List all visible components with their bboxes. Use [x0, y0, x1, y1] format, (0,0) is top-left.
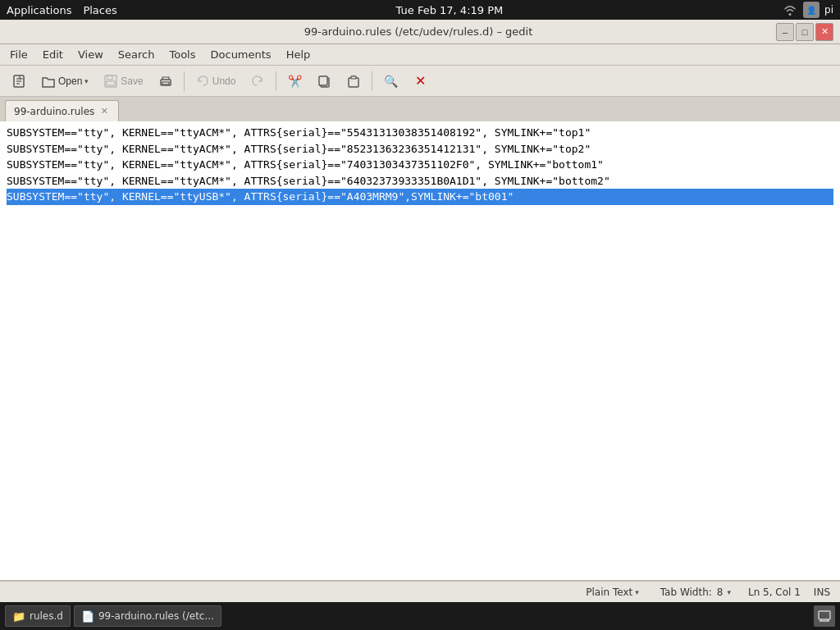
toolbar: Open ▾ Save Undo ✂️	[0, 66, 840, 97]
menu-bar: File Edit View Search Tools Documents He…	[0, 44, 840, 66]
tab-bar: 99-arduino.rules ✕	[0, 97, 840, 121]
paste-icon	[346, 74, 361, 89]
language-label: Plain Text	[586, 587, 632, 598]
svg-rect-13	[819, 611, 830, 619]
taskbar-item-gedit[interactable]: 📄 99-arduino.rules (/etc...	[74, 605, 221, 627]
language-selector[interactable]: Plain Text ▾	[582, 585, 642, 600]
redo-button[interactable]	[244, 69, 272, 94]
tab-close-button[interactable]: ✕	[98, 106, 110, 117]
replace-icon: ✕	[413, 74, 427, 89]
taskbar: 📁 rules.d 📄 99-arduino.rules (/etc...	[0, 602, 840, 630]
menu-search[interactable]: Search	[112, 47, 162, 62]
editor-line-2: SUBSYSTEM=="tty", KERNEL=="ttyACM*", ATT…	[7, 141, 833, 158]
tab-width-selector[interactable]: Tab Width: 8 ▾	[656, 585, 735, 600]
applications-menu[interactable]: Applications	[7, 4, 71, 16]
window-controls: – □ ✕	[776, 23, 833, 41]
insert-mode: INS	[814, 587, 830, 598]
maximize-button[interactable]: □	[796, 23, 814, 41]
close-button[interactable]: ✕	[815, 23, 833, 41]
menu-tools[interactable]: Tools	[162, 47, 202, 62]
document-icon: 📄	[81, 610, 94, 623]
title-bar: 99-arduino.rules (/etc/udev/rules.d) – g…	[0, 20, 840, 44]
taskbar-tray	[814, 605, 835, 627]
open-dropdown-arrow: ▾	[84, 77, 89, 85]
redo-icon	[250, 74, 265, 89]
menu-help[interactable]: Help	[280, 47, 317, 62]
copy-icon	[317, 74, 331, 89]
undo-label: Undo	[212, 75, 236, 87]
tab-width-dropdown-arrow: ▾	[727, 588, 731, 596]
svg-rect-8	[162, 82, 169, 84]
taskbar-item-rules-d[interactable]: 📁 rules.d	[5, 605, 71, 627]
minimize-button[interactable]: –	[776, 23, 794, 41]
save-label: Save	[121, 75, 143, 87]
menu-documents[interactable]: Documents	[204, 47, 278, 62]
cut-icon: ✂️	[287, 74, 302, 89]
open-icon	[41, 74, 56, 89]
svg-rect-11	[349, 78, 358, 87]
editor-line-1: SUBSYSTEM=="tty", KERNEL=="ttyACM*", ATT…	[7, 125, 833, 141]
editor-line-5: SUBSYSTEM=="tty", KERNEL=="ttyUSB*", ATT…	[7, 189, 833, 205]
taskbar-item-label-2: 99-arduino.rules (/etc...	[98, 610, 214, 622]
find-button[interactable]: 🔍	[377, 69, 404, 94]
places-menu[interactable]: Places	[83, 4, 116, 16]
user-icon: 👤	[803, 2, 819, 18]
editor-line-3: SUBSYSTEM=="tty", KERNEL=="ttyACM*", ATT…	[7, 157, 833, 173]
cursor-position: Ln 5, Col 1	[748, 587, 801, 598]
toolbar-separator-3	[372, 71, 372, 91]
cursor-position-label: Ln 5, Col 1	[748, 587, 801, 598]
tab-arduino-rules[interactable]: 99-arduino.rules ✕	[5, 100, 119, 121]
svg-rect-6	[107, 81, 115, 85]
tray-icon[interactable]	[814, 605, 835, 627]
window-title: 99-arduino.rules (/etc/udev/rules.d) – g…	[61, 25, 776, 38]
save-icon	[103, 74, 118, 89]
toolbar-separator-2	[276, 71, 276, 91]
top-bar-right: 👤 pi	[782, 2, 833, 18]
wifi-icon	[782, 2, 798, 18]
print-icon	[158, 74, 173, 89]
undo-button[interactable]: Undo	[189, 69, 243, 94]
svg-rect-12	[351, 76, 356, 79]
open-button[interactable]: Open ▾	[34, 69, 95, 94]
username-label: pi	[824, 4, 833, 16]
top-bar: Applications Places Tue Feb 17, 4:19 PM …	[0, 0, 840, 20]
editor-area[interactable]: SUBSYSTEM=="tty", KERNEL=="ttyACM*", ATT…	[0, 121, 840, 581]
folder-icon: 📁	[12, 610, 25, 623]
tab-width-value: 8	[717, 587, 724, 598]
svg-rect-10	[319, 76, 327, 85]
language-dropdown-arrow: ▾	[635, 588, 639, 596]
new-icon	[11, 74, 26, 89]
search-icon: 🔍	[383, 74, 398, 89]
cut-button[interactable]: ✂️	[281, 69, 308, 94]
open-label: Open	[58, 75, 82, 87]
editor-line-4: SUBSYSTEM=="tty", KERNEL=="ttyACM*", ATT…	[7, 173, 833, 189]
paste-button[interactable]	[340, 69, 368, 94]
top-bar-datetime: Tue Feb 17, 4:19 PM	[396, 4, 504, 16]
save-button[interactable]: Save	[97, 69, 149, 94]
replace-button[interactable]: ✕	[406, 69, 434, 94]
menu-edit[interactable]: Edit	[36, 47, 70, 62]
insert-mode-label: INS	[814, 587, 830, 598]
copy-button[interactable]	[310, 69, 338, 94]
menu-file[interactable]: File	[3, 47, 34, 62]
taskbar-item-label-1: rules.d	[30, 610, 63, 622]
new-button[interactable]	[5, 69, 33, 94]
menu-view[interactable]: View	[71, 47, 110, 62]
undo-icon	[195, 74, 210, 89]
top-bar-left: Applications Places	[7, 4, 117, 16]
print-button[interactable]	[152, 69, 180, 94]
status-bar: Plain Text ▾ Tab Width: 8 ▾ Ln 5, Col 1 …	[0, 581, 840, 602]
toolbar-separator-1	[184, 71, 185, 91]
tab-width-label: Tab Width:	[660, 587, 712, 598]
tab-label: 99-arduino.rules	[14, 106, 94, 117]
